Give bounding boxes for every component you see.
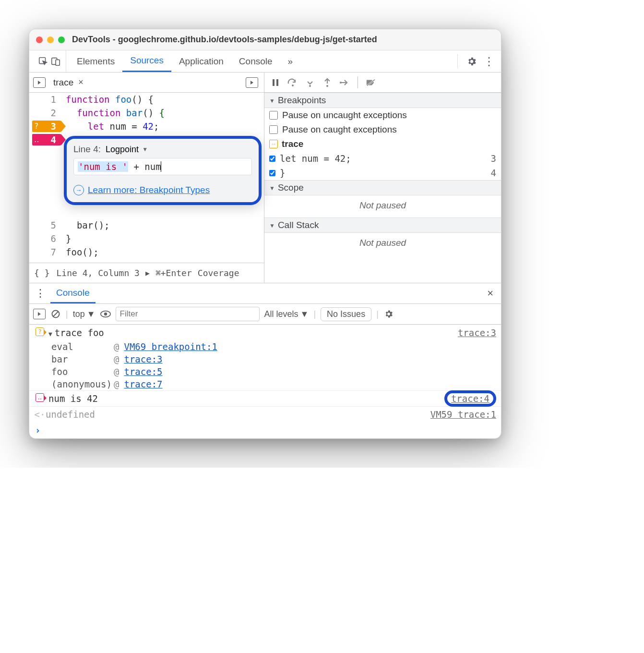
line-number[interactable]: 6 (29, 232, 63, 245)
drawer-tabstrip: ⋮ Console × (29, 283, 501, 303)
script-badge-icon: ◦◦ (269, 140, 278, 148)
svg-rect-3 (273, 79, 274, 86)
svg-point-7 (326, 85, 328, 87)
callstack-header[interactable]: Call Stack (264, 218, 501, 233)
breakpoint-checkbox[interactable] (269, 156, 275, 162)
svg-point-6 (309, 85, 311, 87)
console-filter-input[interactable] (116, 307, 260, 321)
scope-header[interactable]: Scope (264, 180, 501, 195)
close-tab-icon[interactable]: × (78, 77, 83, 87)
console-return: <· undefined VM59 trace:1 (29, 406, 501, 422)
sources-middle: 1function foo() { 2 function bar() { ?3 … (29, 93, 501, 283)
console-message[interactable]: ? ▼trace foo trace:3 (29, 325, 501, 340)
step-into-icon[interactable] (305, 77, 315, 88)
breakpoint-checkbox[interactable] (269, 170, 275, 176)
tab-application[interactable]: Application (171, 50, 231, 72)
more-tabs-icon[interactable] (246, 77, 258, 88)
tab-sources[interactable]: Sources (122, 50, 171, 72)
pause-caught-checkbox[interactable] (269, 125, 278, 134)
coverage-label[interactable]: Coverage (198, 268, 239, 278)
close-drawer-icon[interactable]: × (483, 287, 497, 300)
stack-frame[interactable]: (anonymous)@trace:7 (51, 378, 501, 390)
file-tab-trace[interactable]: trace × (50, 76, 86, 89)
debugger-sidebar: Breakpoints Pause on uncaught exceptions… (264, 93, 501, 283)
pretty-print-button[interactable]: { } (34, 268, 50, 278)
stack-frame[interactable]: bar@trace:3 (51, 353, 501, 365)
console-settings-icon[interactable] (383, 309, 394, 319)
svg-point-5 (292, 85, 294, 86)
breakpoint-file-row[interactable]: ◦◦ trace (264, 137, 501, 151)
logpoint-expression-input[interactable]: 'num is ' + num (73, 158, 252, 175)
drawer-tab-console[interactable]: Console (50, 283, 95, 303)
console-prompt[interactable]: › (29, 422, 501, 438)
step-icon[interactable] (339, 77, 350, 88)
popover-line-label: Line 4: (73, 144, 101, 155)
sources-toolbar: trace × (29, 73, 501, 93)
return-arrow-icon: <· (34, 409, 46, 420)
drawer-menu-icon[interactable]: ⋮ (33, 287, 48, 300)
log-level-selector[interactable]: All levels ▼ (264, 309, 309, 319)
expand-icon[interactable]: ▼ (48, 330, 52, 338)
source-link[interactable]: trace:3 (458, 327, 496, 338)
breakpoint-edit-popover: Line 4: Logpoint 'num is ' + num → Learn… (64, 136, 262, 205)
scope-not-paused: Not paused (264, 195, 501, 218)
pause-icon[interactable] (270, 77, 281, 88)
issues-button[interactable]: No Issues (321, 307, 371, 321)
stack-frame[interactable]: eval@VM69 breakpoint:1 (51, 340, 501, 353)
editor-tabstrip: trace × (29, 73, 264, 92)
context-selector[interactable]: top ▼ (73, 309, 95, 319)
breakpoint-type-select[interactable]: Logpoint (104, 144, 150, 155)
tabs-overflow[interactable]: » (280, 50, 301, 72)
console-message[interactable]: ‥ num is 42 trace:4 (29, 390, 501, 406)
tab-elements[interactable]: Elements (69, 50, 122, 72)
minimize-window-button[interactable] (47, 36, 54, 43)
conditional-bp-icon: ? (36, 327, 44, 336)
learn-more-link[interactable]: Learn more: Breakpoint Types (88, 185, 210, 195)
device-toolbar-icon[interactable] (50, 56, 61, 67)
highlighted-source-link[interactable]: trace:4 (444, 390, 496, 407)
step-out-icon[interactable] (322, 77, 333, 88)
breakpoint-row[interactable]: } 4 (264, 166, 501, 180)
settings-icon[interactable] (466, 56, 477, 67)
line-number[interactable]: ?3 (29, 120, 63, 133)
live-expression-icon[interactable] (100, 309, 111, 319)
kebab-menu-icon[interactable]: ⋮ (484, 56, 494, 67)
code-editor[interactable]: 1function foo() { 2 function bar() { ?3 … (29, 93, 264, 283)
breakpoints-header[interactable]: Breakpoints (264, 93, 501, 108)
line-number[interactable]: 1 (29, 93, 63, 106)
tab-console[interactable]: Console (231, 50, 280, 72)
maximize-window-button[interactable] (58, 36, 65, 43)
navigator-toggle-icon[interactable] (33, 77, 46, 88)
cursor-position: Line 4, Column 3 (57, 268, 140, 278)
stack-frame[interactable]: foo@trace:5 (51, 365, 501, 378)
console-output: ? ▼trace foo trace:3 eval@VM69 breakpoin… (29, 325, 501, 438)
logpoint-icon: ‥ (36, 393, 44, 402)
line-number[interactable]: 2 (29, 106, 63, 120)
run-snippet-icon[interactable]: ▶ (145, 269, 150, 278)
source-link[interactable]: VM59 trace:1 (430, 409, 496, 420)
pause-uncaught-checkbox[interactable] (269, 111, 278, 120)
close-window-button[interactable] (36, 36, 43, 43)
deactivate-breakpoints-icon[interactable] (366, 77, 376, 88)
line-number[interactable]: 7 (29, 245, 63, 259)
editor-footer: { } Line 4, Column 3 ▶ ⌘+Enter Coverage (29, 263, 264, 283)
stack-trace: eval@VM69 breakpoint:1 bar@trace:3 foo@t… (29, 340, 501, 390)
step-over-icon[interactable] (287, 77, 298, 88)
svg-point-8 (340, 82, 342, 84)
window-controls (36, 36, 65, 43)
line-number[interactable]: ‥4 (29, 133, 63, 146)
info-icon: → (73, 185, 84, 195)
window-title: DevTools - googlechrome.github.io/devtoo… (72, 35, 377, 45)
devtools-window: DevTools - googlechrome.github.io/devtoo… (29, 29, 501, 439)
console-sidebar-toggle-icon[interactable] (33, 309, 46, 319)
clear-console-icon[interactable] (50, 309, 61, 319)
svg-line-12 (53, 312, 58, 316)
console-toolbar: | top ▼ All levels ▼ | No Issues | (29, 303, 501, 325)
pause-uncaught-row[interactable]: Pause on uncaught exceptions (264, 108, 501, 122)
titlebar: DevTools - googlechrome.github.io/devtoo… (29, 29, 501, 50)
line-number[interactable]: 5 (29, 218, 63, 232)
breakpoint-row[interactable]: let num = 42; 3 (264, 151, 501, 166)
run-shortcut: ⌘+Enter (155, 268, 192, 278)
inspect-icon[interactable] (38, 56, 48, 67)
pause-caught-row[interactable]: Pause on caught exceptions (264, 122, 501, 137)
